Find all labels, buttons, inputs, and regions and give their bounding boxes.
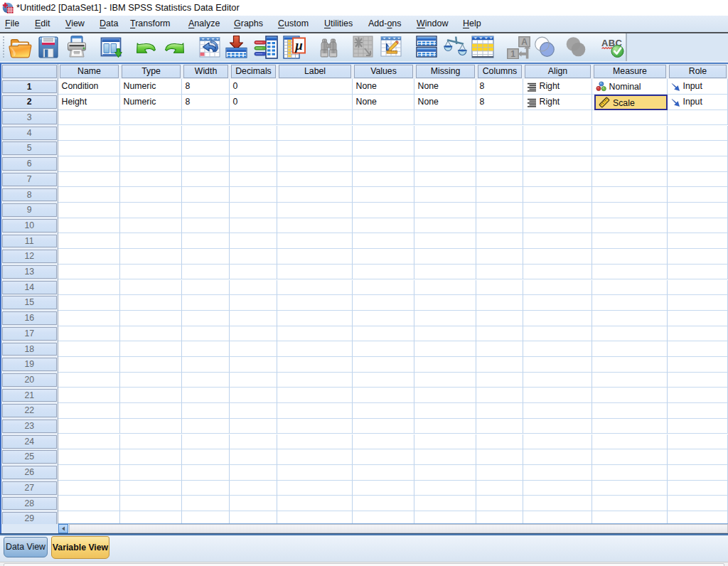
svg-text:A: A: [521, 37, 528, 47]
svg-text:μ: μ: [294, 38, 303, 53]
svg-text:1: 1: [510, 49, 515, 59]
